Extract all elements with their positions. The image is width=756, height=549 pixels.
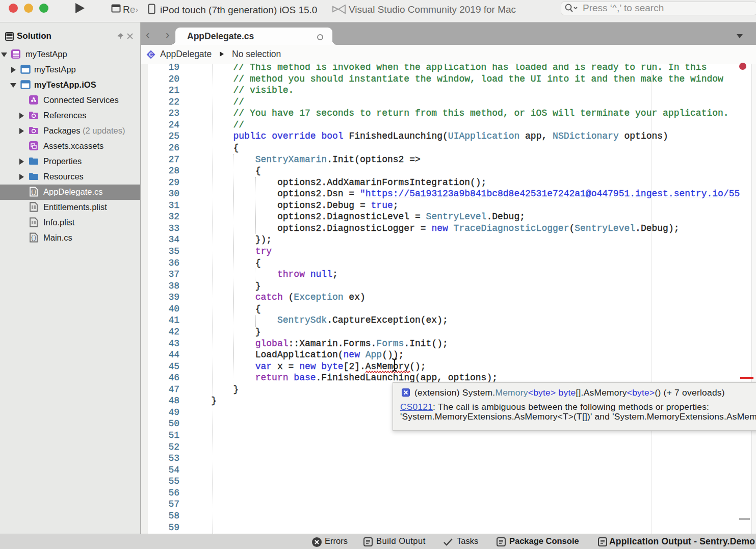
svg-text:C: C [149,52,152,58]
svg-text:{}: {} [31,236,37,241]
svg-text:{}: {} [31,190,37,195]
